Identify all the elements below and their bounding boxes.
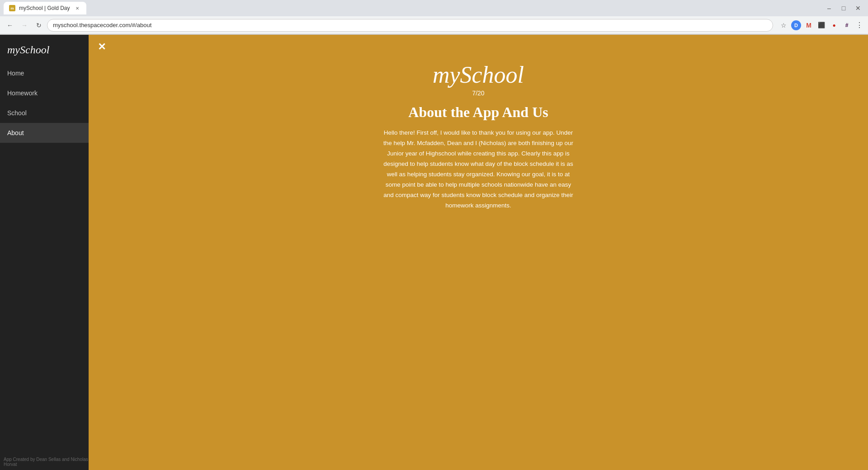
refresh-button[interactable]: ↻	[33, 19, 45, 32]
address-toolbar: ← → ↻ ☆ D M ⬛ ● # ⋮	[0, 16, 868, 34]
about-body-text: Hello there! First off, I would like to …	[381, 128, 576, 211]
sidebar-footer: App Created by Dean Sellas and Nicholas …	[4, 457, 89, 467]
slack-icon[interactable]: #	[842, 20, 852, 30]
sidebar: mySchool Home Homework School About App …	[0, 35, 89, 470]
about-title: About the App And Us	[408, 104, 548, 121]
sidebar-logo: mySchool	[0, 35, 89, 63]
lastpass-icon[interactable]: ●	[829, 20, 839, 30]
app-layout: mySchool Home Homework School About App …	[0, 35, 868, 470]
user-avatar[interactable]: D	[791, 20, 801, 30]
tab-title: mySchool | Gold Day	[19, 5, 70, 11]
chrome-menu-icon[interactable]: ⋮	[854, 20, 864, 30]
app-logo: mySchool	[433, 62, 524, 88]
sidebar-logo-text: mySchool	[7, 44, 49, 56]
bookmark-star-icon[interactable]: ☆	[778, 20, 788, 30]
close-panel-button[interactable]: ✕	[98, 42, 106, 52]
back-button[interactable]: ←	[4, 19, 16, 32]
minimize-button[interactable]: –	[823, 2, 835, 14]
tab-bar: m mySchool | Gold Day ✕ – □ ✕	[0, 0, 868, 16]
maximize-button[interactable]: □	[837, 2, 850, 14]
active-tab[interactable]: m mySchool | Gold Day ✕	[4, 2, 86, 14]
gmail-icon[interactable]: M	[804, 20, 814, 30]
sidebar-nav: Home Homework School About	[0, 63, 89, 143]
tab-favicon: m	[9, 5, 15, 11]
main-content: ✕ mySchool 7/20 About the App And Us Hel…	[89, 35, 868, 470]
sidebar-item-about[interactable]: About	[0, 123, 89, 143]
sidebar-item-school[interactable]: School	[0, 103, 89, 123]
toolbar-right-icons: ☆ D M ⬛ ● # ⋮	[778, 20, 864, 30]
pocket-icon[interactable]: ⬛	[816, 20, 826, 30]
sidebar-item-home[interactable]: Home	[0, 63, 89, 83]
sidebar-item-homework[interactable]: Homework	[0, 83, 89, 103]
tab-close-button[interactable]: ✕	[74, 5, 81, 12]
browser-chrome: m mySchool | Gold Day ✕ – □ ✕ ← → ↻ ☆ D …	[0, 0, 868, 35]
user-profile-icon: D	[791, 20, 801, 30]
forward-button[interactable]: →	[18, 19, 31, 32]
close-window-button[interactable]: ✕	[852, 2, 864, 14]
address-bar[interactable]	[47, 19, 773, 32]
about-content-area: mySchool 7/20 About the App And Us Hello…	[89, 35, 868, 211]
app-version: 7/20	[472, 89, 484, 97]
